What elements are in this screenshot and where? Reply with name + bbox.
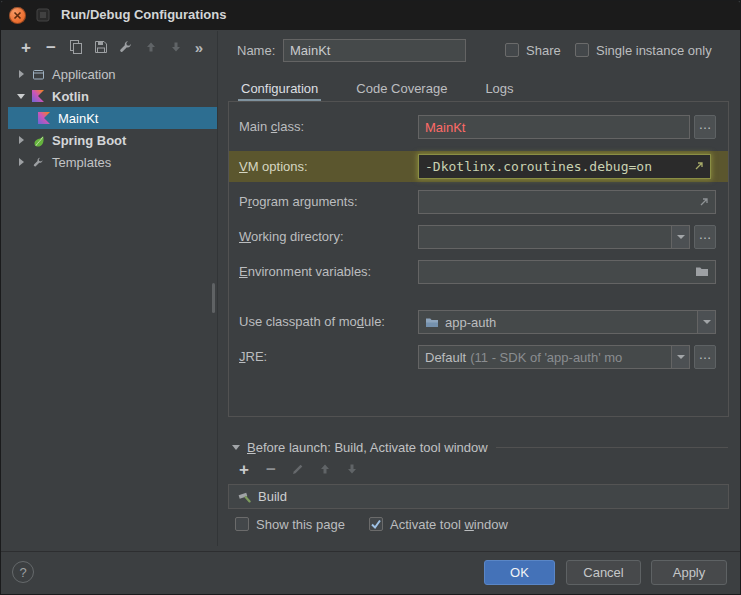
window-title: Run/Debug Configurations [61,7,226,22]
name-input[interactable] [283,39,466,62]
working-directory-combo[interactable] [418,225,690,249]
vm-options-label: VM options: [239,151,308,182]
before-launch-options: Show this page Activate tool window [228,514,729,536]
before-launch-title: Before launch: Build, Activate tool wind… [247,440,488,455]
kotlin-icon [30,90,46,102]
name-label: Name: [237,43,275,58]
templates-wrench-icon [30,156,46,169]
activate-tool-window-label: Activate tool window [390,517,508,532]
close-icon [13,11,22,20]
classpath-module-combo[interactable]: app-auth [418,310,716,334]
configuration-form: Main class: … VM options: Program argume… [228,101,729,417]
working-directory-browse-button[interactable]: … [694,225,716,249]
build-hammer-icon [237,490,251,504]
section-collapse-icon[interactable] [232,445,240,450]
build-task-label: Build [258,489,287,504]
tree-item-label: MainKt [58,111,98,126]
share-checkbox[interactable] [505,43,519,57]
single-instance-label: Single instance only [596,43,712,58]
dropdown-arrow-icon[interactable] [671,226,689,248]
working-directory-label: Working directory: [239,225,344,249]
tab-logs[interactable]: Logs [482,78,516,101]
vm-options-input[interactable] [418,154,711,179]
classpath-module-value: app-auth [419,315,697,330]
main-class-label: Main class: [239,115,304,139]
jre-browse-button[interactable]: … [694,345,716,369]
edit-pencil-icon[interactable] [290,461,306,477]
move-up-icon[interactable] [143,39,159,55]
name-row: Name: Share Single instance only [228,36,733,66]
configurations-tree: Application Kotlin [8,63,217,173]
jre-label: JRE: [239,345,267,369]
chevron-right-icon[interactable] [14,70,28,78]
tree-item-kotlin[interactable]: Kotlin [8,85,217,107]
remove-icon[interactable]: − [43,39,59,55]
spring-boot-leaf-icon [30,134,46,147]
browse-folder-icon[interactable] [695,265,709,280]
before-launch-toolbar: + − [236,461,360,477]
program-arguments-input[interactable] [418,190,716,214]
module-icon [425,316,439,328]
add-icon[interactable]: + [236,461,252,477]
help-button[interactable]: ? [12,561,34,583]
classpath-module-label: Use classpath of module: [239,310,385,334]
tree-item-templates[interactable]: Templates [8,151,217,173]
tree-item-label: Templates [52,155,111,170]
main-class-input[interactable] [418,115,690,139]
tree-item-label: Kotlin [52,89,89,104]
check-icon [370,518,382,530]
save-icon[interactable] [93,39,109,55]
cancel-button[interactable]: Cancel [566,560,641,585]
tab-code-coverage[interactable]: Code Coverage [353,78,450,101]
single-instance-checkbox[interactable] [575,43,589,57]
environment-variables-label: Environment variables: [239,260,371,284]
environment-variables-input[interactable] [418,260,716,284]
expand-field-icon[interactable] [693,160,705,175]
main-class-browse-button[interactable]: … [694,115,716,139]
before-launch-header[interactable]: Before launch: Build, Activate tool wind… [228,438,729,456]
show-this-page-checkbox[interactable] [235,517,249,531]
tree-toolbar: + − » [8,31,217,60]
vm-options-highlight-row: VM options: [229,151,728,182]
chevron-right-icon[interactable] [14,136,28,144]
remove-icon[interactable]: − [263,461,279,477]
copy-icon[interactable] [68,39,84,55]
move-down-icon[interactable] [344,461,360,477]
move-down-icon[interactable] [168,39,184,55]
tree-item-label: Spring Boot [52,133,126,148]
jre-combo[interactable]: Default (11 - SDK of 'app-auth' mo [418,345,690,369]
chevron-right-icon[interactable] [14,158,28,166]
before-launch-task-build[interactable]: Build [228,484,729,509]
close-button[interactable] [9,7,26,24]
program-arguments-label: Program arguments: [239,190,358,214]
edit-templates-wrench-icon[interactable] [118,39,134,55]
dropdown-arrow-icon[interactable] [671,346,689,368]
more-actions-icon[interactable]: » [193,39,205,55]
dropdown-arrow-icon[interactable] [697,311,715,333]
expand-field-icon[interactable] [698,196,710,211]
window-icon [36,8,50,22]
tree-item-label: Application [52,67,116,82]
jre-value: Default (11 - SDK of 'app-auth' mo [419,350,671,365]
kotlin-icon [36,112,52,124]
tree-item-spring-boot[interactable]: Spring Boot [8,129,217,151]
configurations-tree-panel: + − » [8,31,218,546]
move-up-icon[interactable] [317,461,333,477]
tree-item-mainkt[interactable]: MainKt [8,107,217,129]
tab-bar: Configuration Code Coverage Logs [228,76,729,101]
show-this-page-label: Show this page [256,517,345,532]
tab-configuration[interactable]: Configuration [238,78,321,101]
share-label: Share [526,43,561,58]
apply-button[interactable]: Apply [651,560,727,585]
application-icon [30,68,46,81]
section-divider [496,447,728,448]
activate-tool-window-checkbox[interactable] [369,517,383,531]
add-icon[interactable]: + [18,39,34,55]
titlebar: Run/Debug Configurations [0,0,741,30]
tree-item-application[interactable]: Application [8,63,217,85]
dialog-footer: ? OK Cancel Apply [0,551,741,595]
ok-button[interactable]: OK [484,560,555,585]
tree-scrollbar-thumb[interactable] [212,283,215,313]
jre-value-detail: (11 - SDK of 'app-auth' mo [470,350,622,365]
chevron-down-icon[interactable] [14,94,28,99]
